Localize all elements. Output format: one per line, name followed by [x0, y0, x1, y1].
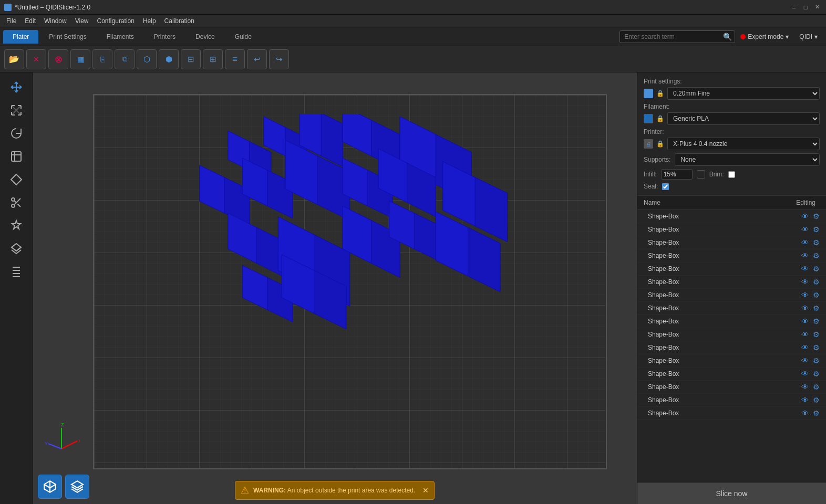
- list-item: Shape-Box 👁 ⚙: [637, 223, 826, 236]
- add-primitive-tool[interactable]: [4, 238, 28, 259]
- edit-icon[interactable]: ⚙: [813, 370, 820, 378]
- list-button[interactable]: ≡: [225, 49, 245, 69]
- visibility-icon[interactable]: 👁: [801, 317, 809, 326]
- qidi-button[interactable]: QIDI ▾: [794, 31, 823, 43]
- 3d-box-button[interactable]: ⬡: [137, 49, 157, 69]
- edit-icon[interactable]: ⚙: [813, 291, 820, 299]
- delete-button[interactable]: ✕: [26, 49, 46, 69]
- visibility-icon[interactable]: 👁: [801, 278, 809, 286]
- maximize-button[interactable]: □: [801, 3, 810, 12]
- menu-file[interactable]: File: [2, 16, 20, 26]
- open-folder-button[interactable]: 📂: [4, 49, 24, 69]
- edit-icon[interactable]: ⚙: [813, 238, 820, 247]
- edit-icon[interactable]: ⚙: [813, 317, 820, 326]
- copy-button[interactable]: ⎘: [92, 49, 112, 69]
- redo-button[interactable]: ↪: [269, 49, 289, 69]
- menu-edit[interactable]: Edit: [20, 16, 40, 26]
- visibility-icon[interactable]: 👁: [801, 330, 809, 339]
- visibility-icon[interactable]: 👁: [801, 238, 809, 247]
- expert-mode-toggle[interactable]: Expert mode ▾: [735, 31, 794, 43]
- split-vertical-button[interactable]: ⊞: [203, 49, 223, 69]
- layers-view-button[interactable]: [65, 475, 89, 499]
- edit-icon[interactable]: ⚙: [813, 278, 820, 286]
- visibility-icon[interactable]: 👁: [801, 409, 809, 417]
- visibility-icon[interactable]: 👁: [801, 370, 809, 378]
- menu-configuration[interactable]: Configuration: [93, 16, 139, 26]
- close-button[interactable]: ✕: [812, 3, 822, 12]
- edit-icon[interactable]: ⚙: [813, 356, 820, 365]
- split-horizontal-button[interactable]: ⊟: [181, 49, 201, 69]
- edit-icon[interactable]: ⚙: [813, 212, 820, 220]
- edit-icon[interactable]: ⚙: [813, 396, 820, 404]
- printer-row: 🖨 🔒 X-Plus 4 0.4 nozzle: [644, 138, 820, 150]
- menu-help[interactable]: Help: [139, 16, 160, 26]
- edit-icon[interactable]: ⚙: [813, 251, 820, 260]
- 3d-view-button[interactable]: [38, 475, 62, 499]
- warning-close-button[interactable]: ✕: [422, 486, 429, 495]
- brim-checkbox[interactable]: [728, 171, 735, 178]
- place-face-tool[interactable]: [4, 146, 28, 167]
- edit-icon[interactable]: ⚙: [813, 304, 820, 312]
- visibility-icon[interactable]: 👁: [801, 225, 809, 234]
- viewport[interactable]: X Z Y ⚠ WARNING: An object outside the p…: [33, 72, 637, 504]
- left-sidebar: [0, 72, 33, 504]
- visibility-icon[interactable]: 👁: [801, 304, 809, 312]
- filament-dropdown[interactable]: Generic PLA: [667, 112, 820, 125]
- cut-tool[interactable]: [4, 192, 28, 213]
- supports-dropdown[interactable]: None: [675, 153, 820, 166]
- search-icon[interactable]: 🔍: [723, 33, 732, 41]
- undo-button[interactable]: ↩: [247, 49, 267, 69]
- visibility-icon[interactable]: 👁: [801, 265, 809, 273]
- tab-print-settings[interactable]: Print Settings: [39, 30, 96, 44]
- list-item: Shape-Box 👁 ⚙: [637, 328, 826, 341]
- visibility-icon[interactable]: 👁: [801, 356, 809, 365]
- edit-icon[interactable]: ⚙: [813, 225, 820, 234]
- list-item: Shape-Box 👁 ⚙: [637, 381, 826, 394]
- menu-view[interactable]: View: [71, 16, 93, 26]
- tab-filaments[interactable]: Filaments: [97, 30, 143, 44]
- printer-dropdown[interactable]: X-Plus 4 0.4 nozzle: [667, 138, 820, 150]
- cancel-button[interactable]: ⊗: [48, 49, 68, 69]
- support-paint-tool[interactable]: [4, 215, 28, 236]
- filament-lock-icon: 🔒: [656, 115, 664, 122]
- move-tool[interactable]: [4, 77, 28, 98]
- minimize-button[interactable]: –: [789, 3, 799, 12]
- tab-plater[interactable]: Plater: [3, 30, 38, 44]
- slice-button[interactable]: Slice now: [637, 482, 826, 504]
- titlebar-controls: – □ ✕: [789, 3, 822, 12]
- list-item: Shape-Box 👁 ⚙: [637, 368, 826, 381]
- object-name: Shape-Box: [648, 344, 801, 351]
- infill-input[interactable]: [661, 169, 693, 180]
- multi-copy-button[interactable]: ⧉: [115, 49, 135, 69]
- edit-icon[interactable]: ⚙: [813, 330, 820, 339]
- visibility-icon[interactable]: 👁: [801, 383, 809, 391]
- paint-tool[interactable]: [4, 169, 28, 190]
- menu-window[interactable]: Window: [40, 16, 71, 26]
- tab-printers[interactable]: Printers: [144, 30, 185, 44]
- list-item: Shape-Box 👁 ⚙: [637, 276, 826, 289]
- grid-button[interactable]: ▦: [70, 49, 90, 69]
- object-name: Shape-Box: [648, 331, 801, 338]
- profile-dropdown[interactable]: 0.20mm Fine: [667, 87, 820, 100]
- visibility-icon[interactable]: 👁: [801, 251, 809, 260]
- menu-calibration[interactable]: Calibration: [160, 16, 199, 26]
- visibility-icon[interactable]: 👁: [801, 212, 809, 220]
- scale-tool[interactable]: [4, 100, 28, 121]
- tab-guide[interactable]: Guide: [225, 30, 261, 44]
- visibility-icon[interactable]: 👁: [801, 396, 809, 404]
- arrange-tool[interactable]: [4, 261, 28, 282]
- visibility-icon[interactable]: 👁: [801, 343, 809, 352]
- seal-checkbox[interactable]: [662, 183, 669, 190]
- edit-icon[interactable]: ⚙: [813, 265, 820, 273]
- search-input[interactable]: [620, 30, 735, 43]
- visibility-icon[interactable]: 👁: [801, 291, 809, 299]
- tab-device[interactable]: Device: [186, 30, 224, 44]
- editing-column-header: Editing: [796, 199, 815, 206]
- rotate-tool[interactable]: [4, 123, 28, 144]
- axes-indicator: X Z Y: [43, 420, 80, 457]
- object-name: Shape-Box: [648, 226, 801, 233]
- explode-button[interactable]: ⬢: [159, 49, 179, 69]
- edit-icon[interactable]: ⚙: [813, 409, 820, 417]
- edit-icon[interactable]: ⚙: [813, 383, 820, 391]
- edit-icon[interactable]: ⚙: [813, 343, 820, 352]
